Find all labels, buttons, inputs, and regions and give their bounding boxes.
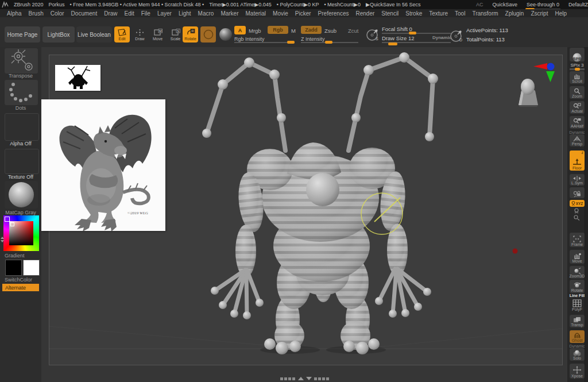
aahalf-button[interactable]: AAHalf	[570, 116, 585, 129]
ac-toggle[interactable]: AC	[476, 2, 483, 7]
zoom3d-button[interactable]: Zoom3D	[570, 266, 585, 279]
alternate-button[interactable]: Alternate	[2, 284, 39, 291]
focal-shift-handle[interactable]	[409, 32, 416, 34]
camview-toggle-icon-2[interactable]	[572, 215, 581, 221]
move-canvas-button[interactable]: Move	[570, 250, 585, 264]
camview-widget[interactable]	[519, 79, 538, 107]
zsub-button[interactable]: Zsub	[324, 28, 336, 34]
camview-toggle-icon-1[interactable]	[572, 208, 581, 214]
move-button[interactable]: M Move	[150, 26, 165, 43]
gradient-label[interactable]: Gradient	[0, 253, 41, 258]
draw-size-label[interactable]: Draw Size 12	[382, 35, 415, 41]
sculptris-pro-button[interactable]	[200, 26, 216, 43]
material-selector[interactable]	[5, 181, 38, 209]
lightbox-button[interactable]: LightBox	[42, 26, 75, 43]
draw-size-handle[interactable]	[388, 43, 397, 45]
spix-slider-track[interactable]	[570, 68, 585, 70]
axis-indicator[interactable]	[533, 63, 555, 83]
reference-thumbnail[interactable]	[55, 65, 100, 91]
focal-shift-track[interactable]	[382, 33, 451, 34]
menu-stroke[interactable]: Stroke	[405, 10, 422, 17]
scroll-up-icon[interactable]	[298, 377, 304, 380]
frame-button[interactable]: Frame	[570, 233, 585, 247]
scroll-button[interactable]: Scroll	[570, 71, 585, 84]
menu-material[interactable]: Material	[246, 10, 266, 17]
menu-texture[interactable]: Texture	[429, 10, 448, 17]
dots-stroke-button[interactable]	[5, 80, 38, 105]
scroll-track-right[interactable]	[314, 377, 330, 380]
menu-preferences[interactable]: Preferences	[318, 10, 349, 17]
zoom-button[interactable]: Zoom	[570, 86, 585, 99]
menu-render[interactable]: Render	[356, 10, 375, 17]
mrgb-a-button[interactable]: A	[234, 26, 246, 34]
alpha-selector[interactable]	[5, 113, 39, 141]
menu-document[interactable]: Document	[71, 10, 98, 17]
stroke-flyout-icon[interactable]: S	[366, 28, 380, 42]
draw-flyout-icon[interactable]: D	[450, 29, 463, 43]
rotate-canvas-button[interactable]: Rotate	[570, 280, 585, 293]
menu-layer[interactable]: Layer	[157, 10, 172, 17]
home-page-button[interactable]: Home Page	[5, 26, 40, 43]
menu-tool[interactable]: Tool	[455, 10, 465, 17]
wing-armature[interactable]	[207, 57, 433, 151]
z-intensity-handle[interactable]	[325, 41, 332, 44]
main-color-swatch[interactable]	[5, 260, 22, 276]
zcut-button[interactable]: Zcut	[348, 28, 358, 34]
rotate-button[interactable]: R Rotate	[183, 26, 198, 43]
draw-button[interactable]: Draw	[132, 26, 148, 43]
menu-transform[interactable]: Transform	[472, 10, 498, 17]
rgb-intensity-handle[interactable]	[287, 41, 295, 44]
menu-zscript[interactable]: Zscript	[531, 10, 548, 17]
spix-slider-handle[interactable]	[575, 68, 580, 71]
m-button[interactable]: M	[291, 28, 296, 34]
menu-stencil[interactable]: Stencil	[381, 10, 399, 17]
see-through-slider[interactable]: See-through 0	[527, 2, 559, 7]
switchcolor-button[interactable]: SwitchColor	[0, 277, 41, 283]
menu-movie[interactable]: Movie	[273, 10, 288, 17]
shelf-divider-handle[interactable]	[1, 237, 4, 242]
live-boolean-button[interactable]: Live Boolean	[76, 26, 112, 43]
creature-body[interactable]	[211, 142, 431, 354]
menu-file[interactable]: File	[141, 10, 150, 17]
menu-zplugin[interactable]: Zplugin	[505, 10, 524, 17]
transparency-button[interactable]: Transp	[570, 315, 585, 327]
menu-picker[interactable]: Picker	[295, 10, 311, 17]
menu-light[interactable]: Light	[179, 10, 191, 17]
menu-color[interactable]: Color	[51, 10, 64, 17]
camera-lock-button[interactable]	[570, 187, 585, 198]
color-picker[interactable]	[3, 215, 39, 251]
scale-button[interactable]: S Scale	[168, 26, 183, 43]
menu-marker[interactable]: Marker	[220, 10, 238, 17]
menu-help[interactable]: Help	[555, 10, 567, 17]
camview-xyz-button[interactable]: XYZ	[570, 200, 585, 207]
actual-size-button[interactable]: Actual	[570, 101, 585, 114]
edit-button[interactable]: Edit	[114, 26, 130, 43]
focal-shift-label[interactable]: Focal Shift 0	[382, 26, 412, 32]
menu-brush[interactable]: Brush	[29, 10, 44, 17]
mrgb-label[interactable]: Mrgb	[249, 28, 261, 34]
local-symmetry-button[interactable]: L.Sym	[570, 174, 585, 186]
reference-image-large[interactable]: ©2019 WLG	[41, 99, 165, 231]
scroll-track-left[interactable]	[280, 377, 296, 380]
material-preview[interactable]	[219, 28, 233, 41]
quicksave-button[interactable]: QuickSave	[492, 2, 517, 7]
texture-selector[interactable]	[5, 149, 39, 174]
secondary-color-swatch[interactable]	[23, 260, 40, 276]
document-canvas[interactable]: ©2019 WLG	[41, 47, 567, 382]
scroll-down-icon[interactable]	[306, 377, 312, 380]
ghost-button[interactable]: Ghost	[570, 330, 585, 343]
solo-button[interactable]: Solo	[570, 348, 585, 361]
menu-edit[interactable]: Edit	[125, 10, 134, 17]
right-shelf-scroll-strip[interactable]	[585, 47, 588, 382]
menu-macro[interactable]: Macro	[198, 10, 214, 17]
floor-button[interactable]: z Floor	[570, 151, 585, 171]
polyframe-button[interactable]: PolyF	[570, 298, 585, 312]
rgb-intensity-track[interactable]	[234, 42, 295, 43]
rgb-button[interactable]: Rgb	[268, 26, 288, 34]
zadd-button[interactable]: Zadd	[301, 26, 322, 34]
bpr-render-button[interactable]: BPR	[570, 48, 585, 61]
persp-button[interactable]: Persp	[570, 134, 585, 146]
xpose-button[interactable]: Xpose	[570, 364, 585, 379]
dynamic-label[interactable]: Dynamic	[432, 35, 451, 40]
default-zscript-button[interactable]: DefaultZ	[568, 2, 588, 7]
